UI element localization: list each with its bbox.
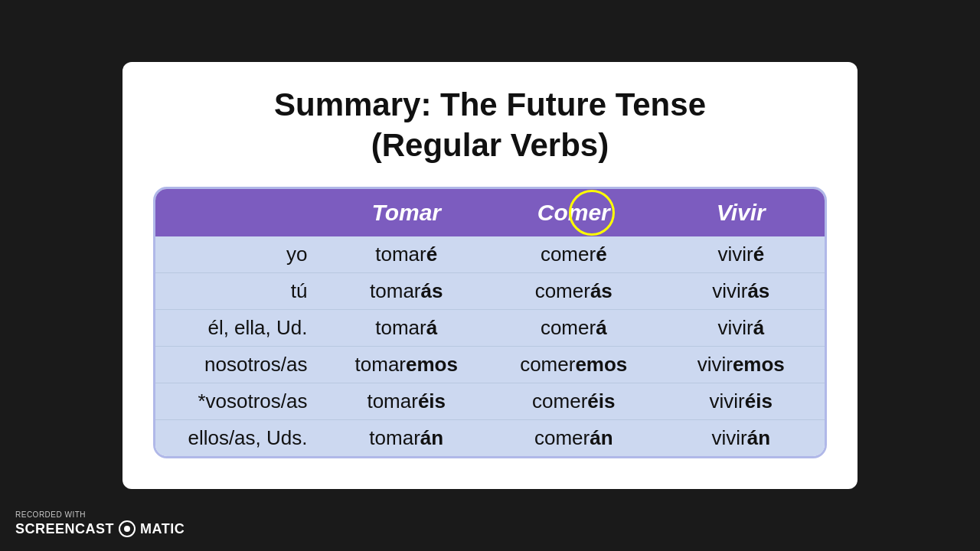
comer-nosotros: comeremos <box>490 353 658 377</box>
table-row: tú tomarás comerás vivirás <box>155 272 825 309</box>
screencast-logo: SCREENCAST MATIC <box>15 520 185 537</box>
matic-text: MATIC <box>140 521 185 537</box>
table-row: nosotros/as tomaremos comeremos viviremo… <box>155 346 825 383</box>
screencast-badge: RECORDED WITH SCREENCAST MATIC <box>15 510 185 537</box>
vivir-el: vivirá <box>658 316 825 340</box>
table-row: yo tomaré comeré viviré <box>155 236 825 272</box>
table-body: yo tomaré comeré viviré tú tomarás comer… <box>155 236 825 456</box>
comer-tu: comerás <box>490 279 658 303</box>
vivir-yo: viviré <box>658 243 825 266</box>
tomar-vosotros: tomaréis <box>323 390 491 413</box>
table-row: él, ella, Ud. tomará comerá vivirá <box>155 309 825 346</box>
pronoun-ellos: ellos/as, Uds. <box>155 426 323 450</box>
header-empty <box>155 200 323 226</box>
comer-vosotros: comeréis <box>490 390 658 413</box>
tomar-yo: tomaré <box>323 243 491 266</box>
vivir-tu: vivirás <box>658 279 825 303</box>
comer-yo: comeré <box>490 243 658 266</box>
pronoun-el: él, ella, Ud. <box>155 316 323 340</box>
vivir-ellos: vivirán <box>658 426 825 450</box>
slide: Summary: The Future Tense (Regular Verbs… <box>122 62 858 489</box>
comer-ellos: comerán <box>490 426 658 450</box>
screencast-icon-inner <box>124 526 130 532</box>
pronoun-yo: yo <box>155 243 323 266</box>
table-header: Tomar Comer Vivir <box>155 189 825 236</box>
comer-el: comerá <box>490 316 658 340</box>
conjugation-table: Tomar Comer Vivir yo tomaré comeré vivir… <box>153 187 827 458</box>
pronoun-vosotros: *vosotros/as <box>155 390 323 413</box>
tomar-tu: tomarás <box>323 279 491 303</box>
tomar-nosotros: tomaremos <box>323 353 491 377</box>
pronoun-nosotros: nosotros/as <box>155 353 323 377</box>
recorded-with-label: RECORDED WITH <box>15 510 185 519</box>
header-tomar: Tomar <box>323 200 491 226</box>
screencast-text: SCREENCAST <box>15 521 114 537</box>
slide-title: Summary: The Future Tense (Regular Verbs… <box>274 85 706 165</box>
tomar-ellos: tomarán <box>323 426 491 450</box>
tomar-el: tomará <box>323 316 491 340</box>
header-vivir: Vivir <box>658 200 825 226</box>
header-comer: Comer <box>490 200 658 226</box>
table-row: *vosotros/as tomaréis comeréis viviréis <box>155 383 825 419</box>
vivir-vosotros: viviréis <box>658 390 825 413</box>
pronoun-tu: tú <box>155 279 323 303</box>
vivir-nosotros: viviremos <box>658 353 825 377</box>
table-row: ellos/as, Uds. tomarán comerán vivirán <box>155 419 825 456</box>
screencast-icon <box>119 520 136 537</box>
